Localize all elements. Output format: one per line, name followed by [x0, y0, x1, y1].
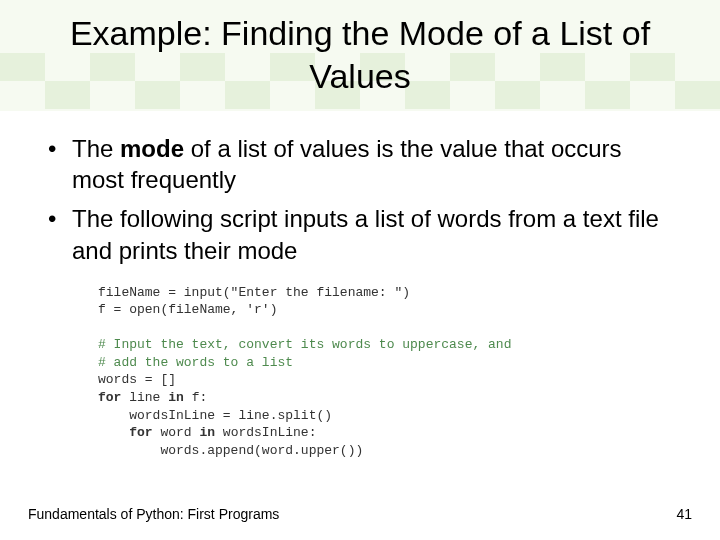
code-keyword: for [98, 425, 153, 440]
slide-header: Example: Finding the Mode of a List of V… [0, 0, 720, 111]
code-keyword: for [98, 390, 121, 405]
code-content: fileName = input("Enter the filename: ")… [98, 284, 642, 459]
bullet-text-bold: mode [120, 135, 184, 162]
code-keyword: in [199, 425, 215, 440]
code-line: wordsInLine: [215, 425, 316, 440]
code-line: word [153, 425, 200, 440]
code-line: fileName = input("Enter the filename: ") [98, 285, 410, 300]
code-comment: # Input the text, convert its words to u… [98, 337, 511, 352]
slide-body: The mode of a list of values is the valu… [0, 111, 720, 469]
slide-footer: Fundamentals of Python: First Programs 4… [0, 506, 720, 522]
code-line: wordsInLine = line.split() [98, 408, 332, 423]
page-number: 41 [676, 506, 692, 522]
code-block: fileName = input("Enter the filename: ")… [90, 278, 650, 469]
slide-title: Example: Finding the Mode of a List of V… [20, 8, 700, 101]
code-line: f = open(fileName, 'r') [98, 302, 277, 317]
code-line: words = [] [98, 372, 176, 387]
code-keyword: in [168, 390, 184, 405]
list-item: The mode of a list of values is the valu… [44, 133, 676, 195]
bullet-list: The mode of a list of values is the valu… [44, 133, 676, 266]
code-line: words.append(word.upper()) [98, 443, 363, 458]
list-item: The following script inputs a list of wo… [44, 203, 676, 265]
footer-left: Fundamentals of Python: First Programs [28, 506, 279, 522]
bullet-text-pre: The [72, 135, 120, 162]
code-line: f: [184, 390, 207, 405]
code-comment: # add the words to a list [98, 355, 293, 370]
bullet-text-pre: The following script inputs a list of wo… [72, 205, 659, 263]
code-line: line [121, 390, 168, 405]
